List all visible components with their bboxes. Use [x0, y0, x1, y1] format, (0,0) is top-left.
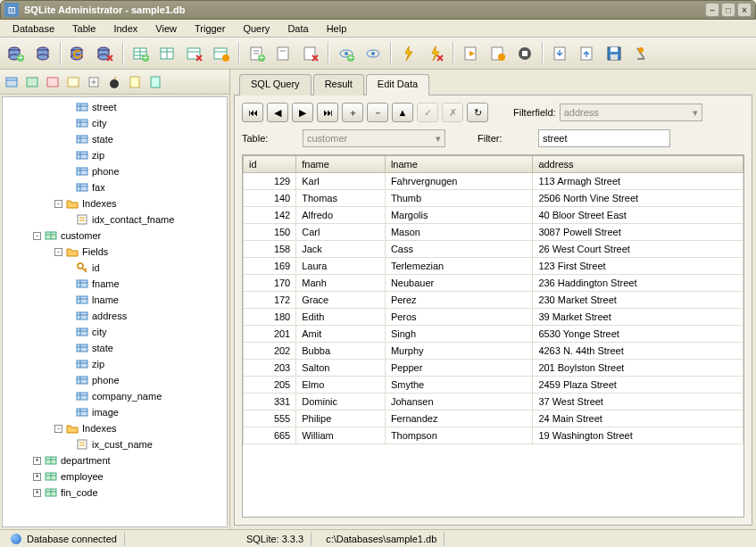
trigger-new-icon[interactable] [396, 41, 421, 66]
nav-last-icon[interactable]: ⏭ [317, 103, 338, 122]
tree-item-Indexes[interactable]: -Indexes [4, 195, 225, 211]
menu-view[interactable]: View [146, 21, 186, 36]
column-header-fname[interactable]: fname [296, 156, 386, 173]
tree-item-address[interactable]: address [4, 308, 225, 324]
menu-query[interactable]: Query [234, 21, 278, 36]
tree-indexes-icon[interactable] [43, 72, 62, 92]
nav-next-icon[interactable]: ▶ [292, 103, 313, 122]
save-icon[interactable] [602, 41, 627, 66]
tree-item-idx_contact_fname[interactable]: idx_contact_fname [4, 211, 225, 228]
table-row[interactable]: 202BubbaMurphy4263 N. 44th Street [244, 343, 744, 360]
tree-expander-icon[interactable]: - [33, 232, 41, 240]
tree-item-Indexes[interactable]: -Indexes [4, 420, 225, 436]
table-row[interactable]: 158JackCass26 West Court Street [244, 241, 744, 258]
tree-expander-icon[interactable]: - [54, 248, 62, 256]
tree-expander-icon[interactable]: + [33, 473, 41, 481]
table-combo[interactable]: customer▾ [303, 129, 445, 147]
nav-add-icon[interactable]: ＋ [342, 103, 363, 122]
export-icon[interactable] [548, 41, 573, 66]
db-new-icon[interactable]: + [4, 41, 29, 66]
column-header-id[interactable]: id [244, 156, 296, 173]
table-row[interactable]: 129KarlFahrvergnugen113 Armagh Street [244, 173, 744, 190]
table-edit-icon[interactable] [155, 41, 180, 66]
tree-sql-icon[interactable] [145, 72, 165, 92]
tree-expander-icon[interactable]: - [54, 200, 62, 208]
tab-result[interactable]: Result [313, 74, 364, 95]
tree-item-lname[interactable]: lname [4, 292, 225, 308]
tree-tables-icon[interactable] [2, 72, 21, 92]
menu-table[interactable]: Table [63, 21, 104, 36]
query-explain-icon[interactable] [486, 41, 511, 66]
tree-item-city[interactable]: city [4, 115, 225, 131]
table-row[interactable]: 180EdithPeros39 Market Street [244, 309, 744, 326]
index-edit-icon[interactable] [271, 41, 296, 66]
table-row[interactable]: 170ManhNeubauer236 Haddington Street [244, 275, 744, 292]
db-refresh-icon[interactable] [66, 41, 91, 66]
table-delete-icon[interactable] [182, 41, 207, 66]
table-row[interactable]: 205ElmoSmythe2459 Plaza Street [244, 377, 744, 394]
tree-item-company_name[interactable]: company_name [4, 388, 225, 404]
trigger-delete-icon[interactable] [423, 41, 448, 66]
nav-cancel-icon[interactable]: ✗ [442, 103, 463, 122]
tree-item-Fields[interactable]: -Fields [4, 244, 225, 260]
menu-trigger[interactable]: Trigger [186, 21, 234, 36]
table-copy-icon[interactable] [209, 41, 234, 66]
maximize-button[interactable]: □ [721, 3, 735, 17]
table-row[interactable]: 665WilliamThompson19 Washington Street [244, 427, 744, 444]
nav-post-icon[interactable]: ✓ [417, 103, 438, 122]
table-row[interactable]: 331DominicJohansen37 West Street [244, 394, 744, 410]
tree-bomb-icon[interactable] [104, 72, 124, 92]
tree-expander-icon[interactable]: + [33, 457, 41, 465]
tab-edit-data[interactable]: Edit Data [366, 74, 429, 95]
filter-input[interactable] [538, 129, 670, 147]
table-row[interactable]: 172GracePerez230 Market Street [244, 292, 744, 309]
tree-item-state[interactable]: state [4, 340, 225, 356]
tree-item-zip[interactable]: zip [4, 147, 225, 163]
tree-item-fname[interactable]: fname [4, 276, 225, 292]
tree-item-zip[interactable]: zip [4, 356, 225, 372]
table-row[interactable]: 150CarlMason3087 Powell Street [244, 224, 744, 241]
import-icon[interactable] [575, 41, 600, 66]
tree-item-phone[interactable]: phone [4, 372, 225, 388]
menu-data[interactable]: Data [278, 21, 317, 36]
tab-sql-query[interactable]: SQL Query [239, 74, 312, 95]
tree-item-department[interactable]: +department [4, 452, 225, 468]
tree-item-ix_cust_name[interactable]: ix_cust_name [4, 436, 225, 452]
nav-edit-icon[interactable]: ▲ [392, 103, 413, 122]
object-tree[interactable]: streetcitystatezipphonefax-Indexesidx_co… [2, 96, 228, 527]
nav-prev-icon[interactable]: ◀ [267, 103, 288, 122]
tree-item-customer[interactable]: -customer [4, 228, 225, 244]
close-button[interactable]: × [737, 3, 752, 17]
query-stop-icon[interactable] [512, 41, 537, 66]
tree-triggers-icon[interactable] [63, 72, 83, 92]
table-row[interactable]: 203SaltonPepper201 Boylston Street [244, 360, 744, 377]
tree-item-id[interactable]: id [4, 260, 225, 276]
data-grid[interactable]: idfnamelnameaddress 129KarlFahrvergnugen… [242, 154, 744, 518]
table-new-icon[interactable]: + [129, 41, 154, 66]
minimize-button[interactable]: – [705, 3, 719, 17]
column-header-lname[interactable]: lname [385, 156, 533, 173]
index-new-icon[interactable]: + [245, 41, 270, 66]
tree-item-image[interactable]: image [4, 404, 225, 420]
table-row[interactable]: 140ThomasThumb2506 North Vine Street [244, 190, 744, 207]
table-row[interactable]: 201AmitSingh6530 Yonge Street [244, 326, 744, 343]
db-open-icon[interactable] [30, 41, 55, 66]
nav-delete-icon[interactable]: － [367, 103, 388, 122]
tree-expander-icon[interactable]: - [54, 425, 62, 433]
tree-item-employee[interactable]: +employee [4, 468, 225, 485]
tree-item-fin_code[interactable]: +fin_code [4, 485, 225, 501]
tree-item-street[interactable]: street [4, 99, 225, 115]
table-row[interactable]: 555PhilipeFernandez24 Main Street [244, 410, 744, 427]
nav-first-icon[interactable]: ⏮ [242, 103, 263, 122]
tree-expander-icon[interactable]: + [33, 489, 41, 497]
table-row[interactable]: 142AlfredoMargolis40 Bloor Street East [244, 207, 744, 224]
tree-item-phone[interactable]: phone [4, 163, 225, 179]
menu-help[interactable]: Help [318, 21, 356, 36]
view-edit-icon[interactable] [361, 41, 386, 66]
query-run-icon[interactable] [459, 41, 484, 66]
index-delete-icon[interactable] [298, 41, 323, 66]
column-header-address[interactable]: address [533, 156, 744, 173]
tree-item-state[interactable]: state [4, 131, 225, 147]
vacuum-icon[interactable] [628, 41, 653, 66]
tree-item-fax[interactable]: fax [4, 179, 225, 195]
